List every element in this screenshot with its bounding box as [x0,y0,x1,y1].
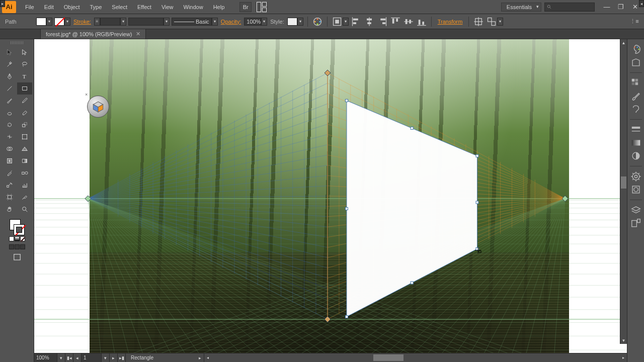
zoom-tool[interactable] [17,203,32,215]
menu-view[interactable]: View [156,2,179,12]
swatches-panel-icon[interactable] [630,78,641,88]
recolor-artwork-icon[interactable] [312,17,323,27]
mesh-tool[interactable] [2,155,17,167]
brush-definition[interactable]: Basic▾ [172,18,218,26]
controlbar-menu-icon[interactable]: ⋮≡ [629,17,640,27]
collapse-right-dock-icon[interactable]: ◂ [639,0,644,7]
color-panel-icon[interactable] [630,44,641,54]
opacity-link[interactable]: Opacity: [220,19,242,25]
artboard-tool[interactable] [2,191,17,203]
horizontal-scrollbar[interactable]: ◂ ▸ [204,353,627,362]
stroke-swatch[interactable]: ▾ [54,18,70,26]
scroll-up-icon[interactable]: ▲ [620,39,627,46]
plane-widget-close[interactable]: × [85,92,88,97]
align-top-icon[interactable] [390,17,401,27]
align-right-icon[interactable] [377,17,388,27]
width-tool[interactable] [2,131,17,143]
graphic-styles-panel-icon[interactable] [630,185,641,195]
arrange-documents-icon[interactable] [256,2,268,12]
lasso-tool[interactable] [17,58,32,70]
scroll-right-icon[interactable]: ▸ [620,353,627,362]
gradient-panel-icon[interactable] [630,138,641,148]
align-bottom-icon[interactable] [416,17,427,27]
line-segment-tool[interactable] [2,82,17,95]
prev-artboard-button[interactable]: ◂ [73,353,82,362]
screen-mode-button[interactable] [12,252,23,262]
artboard-number-field[interactable]: 1 [82,353,102,362]
color-mode-row[interactable] [9,236,25,241]
transform-link[interactable]: Transform [436,19,465,25]
window-minimize-button[interactable]: — [600,2,614,12]
menu-type[interactable]: Type [85,2,107,12]
active-plane-widget[interactable] [87,96,109,118]
column-graph-tool[interactable] [17,179,32,191]
scale-tool[interactable] [17,119,32,131]
draw-mode-row[interactable] [9,244,25,249]
direct-selection-tool[interactable] [17,46,32,58]
close-tab-icon[interactable]: ✕ [136,31,140,37]
scroll-left-icon[interactable]: ◂ [204,353,211,362]
window-maximize-button[interactable]: ❐ [614,2,628,12]
align-to-dropdown[interactable]: ▾ [332,17,349,27]
hscroll-thumb[interactable] [373,354,404,361]
pen-tool[interactable] [2,70,17,82]
select-similar-dropdown[interactable]: ▾ [486,17,503,27]
stroke-weight-field[interactable]: ≡▾ [94,18,126,26]
menu-help[interactable]: Help [208,2,230,12]
vertical-scrollbar[interactable]: ▲ ▼ [620,39,627,344]
artboards-panel-icon[interactable] [630,218,641,228]
rectangle-tool[interactable] [17,82,32,95]
document-tab[interactable]: forest.jpg* @ 100% (RGB/Preview) ✕ [40,29,146,39]
opacity-field[interactable]: 100%▾ [244,18,267,26]
gradient-tool[interactable] [17,155,32,167]
canvas[interactable]: × ▲ ▼ [34,39,627,353]
align-left-icon[interactable] [351,17,362,27]
menu-file[interactable]: File [20,2,39,12]
menu-window[interactable]: Window [179,2,208,12]
zoom-dropdown-icon[interactable]: ▾ [57,353,65,362]
symbol-sprayer-tool[interactable] [2,179,17,191]
artboard-dropdown-icon[interactable]: ▾ [102,353,110,362]
color-guide-panel-icon[interactable] [630,57,641,67]
eyedropper-tool[interactable] [2,167,17,179]
first-artboard-button[interactable]: ▮◂ [65,353,73,362]
magic-wand-tool[interactable] [2,58,17,70]
eraser-tool[interactable] [17,107,32,119]
hand-tool[interactable] [2,203,17,215]
appearance-panel-icon[interactable] [630,171,641,182]
slice-tool[interactable] [17,191,32,203]
fill-stroke-indicator[interactable] [10,219,25,235]
scroll-down-icon[interactable]: ▼ [620,337,627,344]
zoom-field[interactable]: 100% [34,353,57,362]
bridge-icon[interactable]: Br [239,2,252,12]
brushes-panel-icon[interactable] [630,91,641,101]
pencil-tool[interactable] [17,95,32,107]
scroll-thumb[interactable] [621,176,626,189]
blend-tool[interactable] [17,167,32,179]
blob-brush-tool[interactable] [2,107,17,119]
shape-builder-tool[interactable] [2,143,17,155]
next-artboard-button[interactable]: ▸ [110,353,118,362]
menu-select[interactable]: Select [107,2,132,12]
rotate-tool[interactable] [2,119,17,131]
transparency-panel-icon[interactable] [630,151,641,161]
perspective-grid-tool[interactable] [17,143,32,155]
layers-panel-icon[interactable] [630,205,641,215]
stroke-panel-icon[interactable] [630,125,641,135]
stroke-weight-link[interactable]: Stroke: [72,19,92,25]
symbols-panel-icon[interactable] [630,104,641,114]
align-hcenter-icon[interactable] [364,17,375,27]
free-transform-tool[interactable] [17,131,32,143]
menu-object[interactable]: Object [59,2,85,12]
variable-width-profile[interactable]: ▾ [128,18,170,26]
fill-swatch[interactable]: ▾ [36,18,52,26]
workspace-switcher[interactable]: Essentials [501,3,541,12]
isolate-object-icon[interactable] [473,17,484,27]
panel-grip-icon[interactable] [11,41,24,44]
align-vcenter-icon[interactable] [403,17,414,27]
search-input[interactable] [544,3,595,12]
menu-effect[interactable]: Effect [132,2,156,12]
last-artboard-button[interactable]: ▸▮ [118,353,126,362]
paintbrush-tool[interactable] [2,95,17,107]
selection-tool[interactable] [2,46,17,58]
